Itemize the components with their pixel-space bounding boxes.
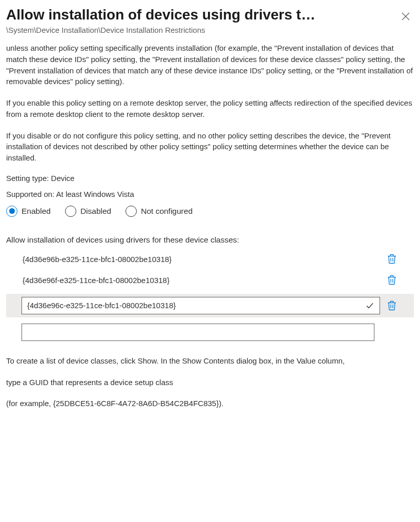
confirm-edit-button[interactable] [363, 299, 376, 312]
device-row: {4d36e96b-e325-11ce-bfc1-08002be10318} [6, 252, 414, 267]
device-class-value[interactable]: {4d36e96f-e325-11ce-bfc1-08002be10318} [22, 273, 380, 288]
close-button[interactable] [397, 8, 414, 25]
delete-row-button[interactable] [385, 252, 398, 266]
description-para-3: If you disable or do not configure this … [6, 130, 414, 164]
trash-icon [387, 254, 396, 264]
radio-not-configured[interactable]: Not configured [125, 206, 193, 217]
trash-icon [387, 275, 396, 285]
new-device-row [6, 324, 414, 341]
checkmark-icon [366, 302, 374, 310]
supported-on-label: Supported on: At least Windows Vista [6, 190, 414, 198]
radio-circle-icon [65, 206, 76, 217]
new-device-class-input[interactable] [22, 324, 374, 341]
device-class-list: {4d36e96b-e325-11ce-bfc1-08002be10318} {… [6, 252, 414, 341]
footer-para-3: (for example, {25DBCE51-6C8F-4A72-8A6D-B… [6, 398, 414, 409]
edit-input-container [22, 297, 380, 314]
page-title: Allow installation of devices using driv… [6, 6, 397, 24]
device-row-editing [6, 294, 414, 317]
radio-not-configured-label: Not configured [141, 207, 193, 216]
delete-row-button[interactable] [385, 273, 398, 287]
device-list-label: Allow installation of devices using driv… [6, 235, 414, 245]
footer-para-1: To create a list of device classes, clic… [6, 355, 414, 367]
radio-enabled[interactable]: Enabled [6, 206, 51, 217]
description-para-2: If you enable this policy setting on a r… [6, 97, 414, 120]
radio-enabled-label: Enabled [22, 207, 51, 216]
radio-circle-icon [6, 206, 17, 217]
trash-icon [387, 300, 396, 311]
delete-row-button[interactable] [385, 299, 398, 312]
device-class-input[interactable] [27, 301, 363, 310]
radio-disabled[interactable]: Disabled [65, 206, 111, 217]
footer-para-2: type a GUID that represents a device set… [6, 377, 414, 388]
device-class-value[interactable]: {4d36e96b-e325-11ce-bfc1-08002be10318} [22, 252, 380, 267]
breadcrumb: \System\Device Installation\Device Insta… [6, 26, 414, 34]
radio-disabled-label: Disabled [80, 207, 111, 216]
setting-type-label: Setting type: Device [6, 174, 414, 183]
device-row: {4d36e96f-e325-11ce-bfc1-08002be10318} [6, 273, 414, 288]
close-icon [402, 12, 410, 21]
radio-circle-icon [125, 206, 137, 217]
description-para-1: unless another policy setting specifical… [6, 43, 414, 87]
state-radio-group: Enabled Disabled Not configured [6, 206, 414, 217]
